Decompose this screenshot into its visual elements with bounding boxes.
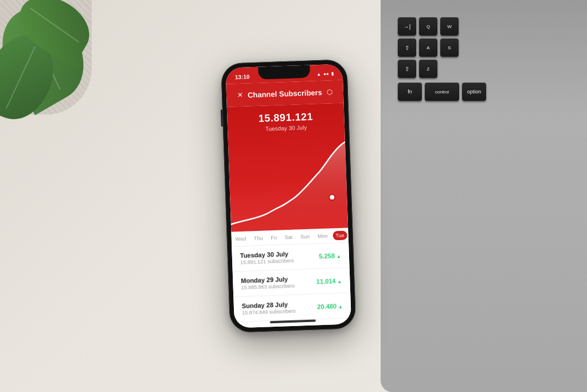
key-option: option bbox=[462, 83, 486, 101]
sub-gain-value: 5.258 ▲ bbox=[319, 252, 341, 259]
close-button[interactable]: ✕ bbox=[234, 91, 246, 99]
list-item[interactable]: Sunday 28 July 15.874.849 subscribers 20… bbox=[233, 293, 351, 322]
phone-notch bbox=[258, 65, 310, 80]
key-control: control bbox=[425, 83, 459, 101]
sub-info: Sunday 28 July 15.874.849 subscribers bbox=[242, 300, 318, 316]
day-thu[interactable]: Thu bbox=[251, 233, 266, 243]
phone-screen: 13:10 ▲ ●● ▮ ✕ Channel Subscribers ⬡ bbox=[225, 64, 351, 328]
gain-arrow-icon: ▲ bbox=[338, 304, 343, 309]
app-header: ✕ Channel Subscribers ⬡ bbox=[226, 80, 343, 107]
sub-gain-value: 26.563 ▲ bbox=[318, 327, 344, 328]
subscriber-list[interactable]: Tuesday 30 July 15.891.121 subscribers 5… bbox=[232, 242, 351, 328]
key-z: Z bbox=[419, 60, 437, 78]
subscriber-count-area: 15.891.121 Tuesday 30 July bbox=[227, 110, 345, 134]
sub-info: Monday 29 July 15.885.863 subscribers bbox=[241, 275, 316, 291]
list-item[interactable]: Tuesday 30 July 15.891.121 subscribers 5… bbox=[232, 242, 349, 272]
battery-icon: ▮ bbox=[331, 71, 334, 76]
day-wed[interactable]: Wed bbox=[232, 234, 249, 244]
day-sat[interactable]: Sat bbox=[281, 232, 295, 242]
status-icons: ▲ ●● ▮ bbox=[316, 71, 334, 77]
key-fn: fn bbox=[398, 83, 422, 101]
key-shift: ⇧ bbox=[398, 60, 416, 78]
key-tab: →| bbox=[398, 17, 416, 36]
sub-info: Saturday 27 July 15.854.369 subscribers bbox=[242, 325, 318, 328]
plant bbox=[0, 0, 109, 172]
wifi-icon: ▲ bbox=[316, 72, 321, 77]
list-item[interactable]: Monday 29 July 15.885.863 subscribers 11… bbox=[233, 268, 350, 297]
sub-info: Tuesday 30 July 15.891.121 subscribers bbox=[240, 249, 319, 265]
key-row-3: ⇧ Z bbox=[398, 60, 576, 78]
key-row-1: →| Q W bbox=[398, 17, 576, 36]
day-fri[interactable]: Fri bbox=[268, 233, 280, 242]
key-capslock: ⇧ bbox=[398, 38, 416, 57]
key-s: S bbox=[440, 38, 459, 57]
sub-gain-value: 11.014 ▲ bbox=[316, 277, 342, 285]
camera-button[interactable]: ⬡ bbox=[324, 88, 335, 96]
signal-icon: ●● bbox=[323, 71, 329, 76]
key-q: Q bbox=[419, 17, 437, 36]
key-w: W bbox=[440, 17, 459, 36]
status-time: 13:10 bbox=[235, 73, 250, 80]
key-a: A bbox=[419, 38, 437, 57]
day-mon[interactable]: Mon bbox=[315, 231, 331, 241]
sub-day-label: Saturday 27 July bbox=[242, 325, 318, 328]
chart-svg bbox=[228, 138, 348, 233]
phone-device: 13:10 ▲ ●● ▮ ✕ Channel Subscribers ⬡ bbox=[221, 59, 356, 332]
gain-arrow-icon: ▲ bbox=[337, 279, 342, 284]
gain-arrow-icon: ▲ bbox=[336, 253, 341, 258]
sub-gain-value: 20.480 ▲ bbox=[317, 302, 343, 310]
macbook-keyboard: →| Q W ⇧ A S ⇧ Z fn bbox=[381, 0, 587, 392]
day-tue[interactable]: Tue bbox=[332, 230, 347, 240]
header-title: Channel Subscribers bbox=[246, 88, 324, 99]
phone-container: 13:10 ▲ ●● ▮ ✕ Channel Subscribers ⬡ bbox=[221, 59, 356, 332]
key-row-modifiers: fn control option bbox=[398, 83, 576, 101]
chart-area: 15.891.121 Tuesday 30 July bbox=[227, 103, 349, 233]
key-row-2: ⇧ A S bbox=[398, 38, 576, 57]
desk-surface: →| Q W ⇧ A S ⇧ Z fn bbox=[0, 0, 587, 392]
day-sun[interactable]: Sun bbox=[298, 232, 313, 241]
